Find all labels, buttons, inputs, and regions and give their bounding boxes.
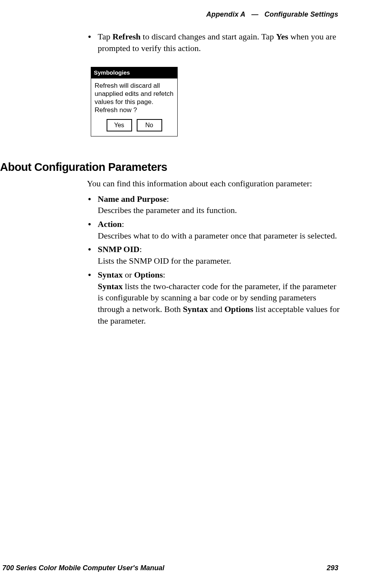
param-label: SNMP OID xyxy=(98,244,139,254)
param-desc: Describes the parameter and its function… xyxy=(98,205,237,215)
yes-button[interactable]: Yes xyxy=(107,119,132,131)
dialog-symbologies: Symbologies Refresh will discard all una… xyxy=(91,67,178,136)
param-item-snmp-oid: SNMP OID: Lists the SNMP OID for the par… xyxy=(87,244,342,266)
content-block: Tap Refresh to discard changes and start… xyxy=(87,31,342,136)
header-title: Configurable Settings xyxy=(265,10,338,18)
bold-refresh: Refresh xyxy=(112,32,141,41)
param-desc: Lists the SNMP OID for the parameter. xyxy=(98,256,231,266)
bullet-refresh: Tap Refresh to discard changes and start… xyxy=(87,31,342,54)
bold-options-2: Options xyxy=(224,304,253,314)
param-label: Name and Purpose xyxy=(98,194,166,204)
txt: to discard changes and start again. Tap xyxy=(141,32,276,41)
bold-syntax-2: Syntax xyxy=(98,281,123,291)
dialog-body: Refresh will discard all unapplied edits… xyxy=(91,78,177,119)
footer-manual-title: 700 Series Color Mobile Computer User's … xyxy=(2,563,164,573)
page-header: Appendix A — Configurable Settings xyxy=(206,10,338,19)
colon: : xyxy=(166,194,169,204)
colon: : xyxy=(163,270,165,280)
bold-options: Options xyxy=(134,270,163,280)
param-label: Action xyxy=(98,219,122,229)
no-label: No xyxy=(145,121,153,130)
section-intro: You can find this information about each… xyxy=(87,178,342,189)
section-heading: About Configuration Parameters xyxy=(0,160,167,175)
bold-yes: Yes xyxy=(276,32,288,41)
header-sep: — xyxy=(251,10,258,18)
page-number: 293 xyxy=(327,563,338,573)
txt: and xyxy=(208,304,224,314)
or: or xyxy=(123,270,134,280)
bold-syntax: Syntax xyxy=(98,270,123,280)
param-desc: Describes what to do with a parameter on… xyxy=(98,231,337,240)
param-item-syntax-options: Syntax or Options: Syntax lists the two-… xyxy=(87,269,342,326)
colon: : xyxy=(139,244,142,254)
param-item-name-purpose: Name and Purpose: Describes the paramete… xyxy=(87,193,342,216)
txt: Tap xyxy=(98,32,112,41)
yes-label: Yes xyxy=(114,121,124,130)
header-appendix: Appendix A xyxy=(206,10,245,18)
colon: : xyxy=(122,219,124,229)
param-item-action: Action: Describes what to do with a para… xyxy=(87,218,342,241)
bold-syntax-3: Syntax xyxy=(183,304,208,314)
dialog-title: Symbologies xyxy=(91,67,177,78)
no-button[interactable]: No xyxy=(137,119,162,131)
section-body: You can find this information about each… xyxy=(87,178,342,329)
